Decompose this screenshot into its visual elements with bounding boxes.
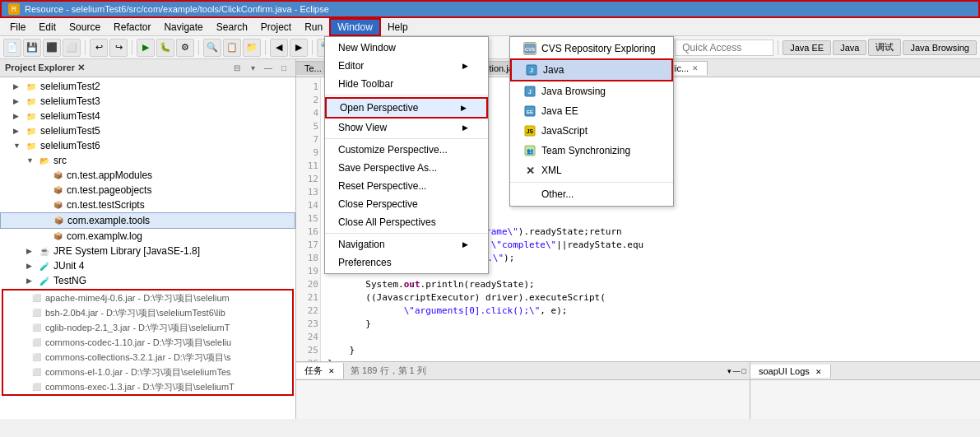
panel-min-icon[interactable]: — — [733, 367, 741, 375]
tab-close-icon[interactable]: ✕ — [692, 64, 699, 72]
menu-window[interactable]: Window — [329, 18, 381, 36]
perspective-debug[interactable]: 调试 — [868, 39, 901, 56]
tree-seleliumTest3[interactable]: ▶ 📁 seleliumTest3 — [0, 94, 295, 109]
toolbar-btn-9[interactable]: ⚙ — [176, 39, 194, 57]
menu-new-window[interactable]: New Window — [325, 39, 488, 57]
tree-testScripts[interactable]: 📦 cn.test.testScripts — [0, 198, 295, 212]
toolbar-btn-14[interactable]: ▶ — [290, 39, 308, 57]
toolbar-btn-2[interactable]: 💾 — [23, 39, 41, 57]
submenu-java-ee[interactable]: EE Java EE — [510, 101, 673, 121]
toolbar-btn-12[interactable]: 📁 — [243, 39, 261, 57]
package-icon: 📦 — [51, 169, 64, 182]
tree-jar-5[interactable]: ⬜ commons-collections-3.2.1.jar - D:\学习\… — [3, 350, 292, 365]
perspective-java[interactable]: Java — [833, 40, 866, 55]
menu-refactor[interactable]: Refactor — [107, 20, 157, 35]
panel-max-icon[interactable]: □ — [277, 62, 290, 75]
menu-project[interactable]: Project — [254, 20, 298, 35]
tree-seleliumTest4[interactable]: ▶ 📁 seleliumTest4 — [0, 109, 295, 123]
toolbar-sep-1 — [85, 40, 86, 55]
menu-save-perspective-as[interactable]: Save Perspective As... — [325, 159, 488, 177]
menu-hide-toolbar[interactable]: Hide Toolbar — [325, 75, 488, 93]
menu-run[interactable]: Run — [298, 20, 329, 35]
toolbar-btn-13[interactable]: ◀ — [270, 39, 288, 57]
toolbar-run[interactable]: ▶ — [137, 39, 155, 57]
quick-access-input[interactable] — [675, 40, 773, 56]
tree-jar-6[interactable]: ⬜ commons-el-1.0.jar - D:\学习\项目\selelium… — [3, 365, 292, 379]
tree-jre[interactable]: ▶ ☕ JRE System Library [JavaSE-1.8] — [0, 244, 295, 258]
submenu-java[interactable]: J Java — [510, 58, 673, 81]
submenu-javascript[interactable]: JS JavaScript — [510, 121, 673, 141]
menu-close-perspective[interactable]: Close Perspective — [325, 195, 488, 213]
java-browse-icon: J — [523, 85, 536, 98]
toolbar-btn-11[interactable]: 📋 — [223, 39, 241, 57]
tree-label: JRE System Library [JavaSE-1.8] — [53, 245, 200, 257]
perspective-javaee[interactable]: Java EE — [783, 40, 831, 55]
expand-arrow: ▶ — [26, 247, 36, 255]
panel-menu-icon[interactable]: ▾ — [246, 62, 259, 75]
tree-jar-4[interactable]: ⬜ commons-codec-1.10.jar - D:\学习\项目\sele… — [3, 335, 292, 350]
toolbar-btn-5[interactable]: ↩ — [90, 39, 108, 57]
tree-seleliumTest2[interactable]: ▶ 📁 seleliumTest2 — [0, 79, 295, 94]
submenu-cvs[interactable]: CVS CVS Repository Exploring — [510, 39, 673, 58]
toolbar-debug[interactable]: 🐛 — [156, 39, 174, 57]
submenu-xml[interactable]: ✕ XML — [510, 160, 673, 180]
menu-source[interactable]: Source — [63, 20, 107, 35]
title-bar: R Resource - seleliumTest6/src/com/examp… — [0, 0, 980, 18]
tree-jar-7[interactable]: ⬜ commons-exec-1.3.jar - D:\学习\项目\seleli… — [3, 379, 292, 394]
submenu-label: Other... — [541, 188, 574, 200]
svg-text:👥: 👥 — [527, 147, 534, 155]
tree-src[interactable]: ▼ 📂 src — [0, 153, 295, 168]
svg-text:CVS: CVS — [525, 47, 535, 52]
jre-icon: ☕ — [38, 244, 51, 258]
menu-help[interactable]: Help — [381, 20, 415, 35]
tree-appModules[interactable]: 📦 cn.test.appModules — [0, 168, 295, 183]
java-ee-icon: EE — [523, 105, 536, 118]
menu-editor[interactable]: Editor — [325, 57, 488, 75]
menu-navigate[interactable]: Navigate — [157, 20, 209, 35]
jar-icon: ⬜ — [30, 351, 43, 364]
submenu-java-browsing[interactable]: J Java Browsing — [510, 81, 673, 101]
tree-seleliumTest5[interactable]: ▶ 📁 seleliumTest5 — [0, 123, 295, 138]
menu-edit[interactable]: Edit — [32, 20, 63, 35]
tree-testng[interactable]: ▶ 🧪 TestNG — [0, 273, 295, 288]
menu-search[interactable]: Search — [210, 20, 254, 35]
toolbar-btn-6[interactable]: ↪ — [109, 39, 128, 57]
java-icon: J — [525, 63, 538, 77]
panel-min-icon[interactable]: — — [262, 62, 275, 75]
menu-close-all-perspectives[interactable]: Close All Perspectives — [325, 213, 488, 231]
toolbar-btn-10[interactable]: 🔍 — [203, 39, 221, 57]
menu-preferences[interactable]: Preferences — [325, 253, 488, 272]
toolbar-btn-3[interactable]: ⬛ — [43, 39, 61, 57]
toolbar-new[interactable]: 📄 — [3, 39, 21, 57]
menu-open-perspective[interactable]: Open Perspective — [325, 97, 488, 119]
project-icon: 📁 — [25, 109, 38, 123]
menu-bar: File Edit Source Refactor Navigate Searc… — [0, 18, 980, 36]
xml-icon: ✕ — [523, 164, 536, 177]
menu-customize-perspective[interactable]: Customize Perspective... — [325, 141, 488, 159]
tree-seleliumTest6[interactable]: ▼ 📁 seleliumTest6 — [0, 138, 295, 153]
panel-down-icon[interactable]: ▾ — [727, 367, 732, 375]
menu-divider-1 — [325, 95, 488, 95]
tasks-tab[interactable]: 任务 ✕ — [296, 363, 344, 379]
tree-jar-1[interactable]: ⬜ apache-mime4j-0.6.jar - D:\学习\项目\selel… — [3, 291, 292, 305]
tree-label: TestNG — [53, 275, 86, 286]
tree-jar-3[interactable]: ⬜ cglib-nodep-2.1_3.jar - D:\学习\项目\selel… — [3, 320, 292, 335]
tree-examplw-log[interactable]: 📦 com.examplw.log — [0, 229, 295, 244]
tree-example-tools[interactable]: 📦 com.example.tools — [0, 212, 295, 229]
panel-collapse-icon[interactable]: ⊟ — [230, 62, 244, 75]
tree-pageobjects[interactable]: 📦 cn.test.pageobjects — [0, 183, 295, 198]
menu-reset-perspective[interactable]: Reset Perspective... — [325, 177, 488, 195]
soapui-tab[interactable]: soapUI Logs ✕ — [750, 365, 831, 378]
menu-file[interactable]: File — [3, 20, 32, 35]
panel-max-icon[interactable]: □ — [742, 367, 746, 375]
perspective-javabrowse[interactable]: Java Browsing — [903, 40, 977, 55]
tree-jar-2[interactable]: ⬜ bsh-2.0b4.jar - D:\学习\项目\seleliumTest6… — [3, 305, 292, 320]
junit-icon: 🧪 — [38, 259, 51, 272]
tree-junit4[interactable]: ▶ 🧪 JUnit 4 — [0, 258, 295, 273]
toolbar-btn-4[interactable]: ⬜ — [63, 39, 81, 57]
toolbar-sep-7 — [778, 40, 778, 55]
menu-show-view[interactable]: Show View — [325, 119, 488, 137]
menu-navigation[interactable]: Navigation — [325, 235, 488, 253]
submenu-team-synchronizing[interactable]: 👥 Team Synchronizing — [510, 141, 673, 160]
submenu-other[interactable]: Other... — [510, 184, 673, 204]
